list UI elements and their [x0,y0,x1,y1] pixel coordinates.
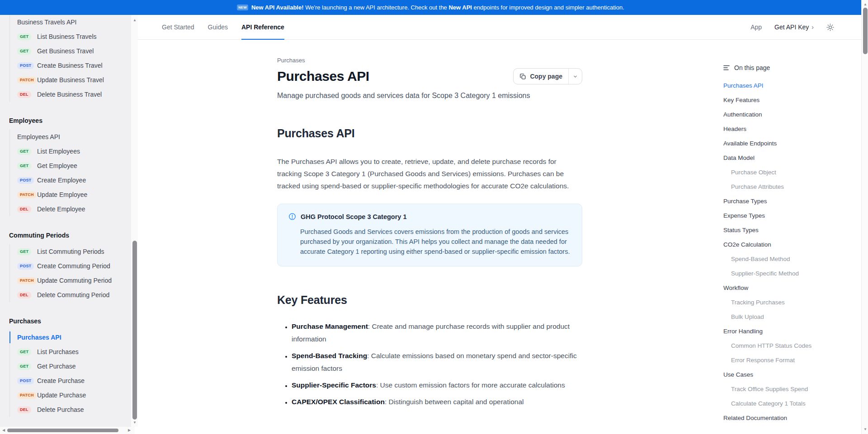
toc-item-common-http-status-codes[interactable]: Common HTTP Status Codes [723,339,859,353]
sidebar-item-get-employee[interactable]: GET Get Employee [17,159,131,173]
http-method-badge: POST [17,263,34,270]
sidebar-item-list-purchases[interactable]: GET List Purchases [17,345,131,359]
toc-item-expense-types[interactable]: Expense Types [723,209,859,223]
toc-item-data-model[interactable]: Data Model [723,151,859,165]
sidebar-item-delete-purchase[interactable]: DEL Delete Purchase [17,402,131,417]
info-callout: GHG Protocol Scope 3 Category 1 Purchase… [277,204,582,266]
sidebar-item-update-purchase[interactable]: PATCH Update Purchase [17,388,131,402]
sidebar-item-delete-business-travel[interactable]: DEL Delete Business Travel [17,87,131,102]
toc-item-tracking-purchases[interactable]: Tracking Purchases [723,295,859,310]
copy-page-dropdown-button[interactable] [568,69,582,84]
banner-text-segment: We're launching a new API architecture. … [304,4,449,11]
info-circle-icon [288,213,296,220]
sidebar-item-list-employees[interactable]: GET List Employees [17,144,131,159]
toc-item-related-documentation[interactable]: Related Documentation [723,411,859,425]
toc-item-workflow[interactable]: Workflow [723,281,859,295]
toc-item-headers[interactable]: Headers [723,122,859,136]
method-badge-column: PATCH [17,277,37,284]
sidebar-section-title: Commuting Periods [9,231,131,240]
sidebar-item-get-purchase[interactable]: GET Get Purchase [17,359,131,373]
toc-item-spend-based-method[interactable]: Spend-Based Method [723,252,859,266]
scroll-left-arrow-icon[interactable]: ◀ [2,429,5,432]
feature-bullet-term: CAPEX/OPEX Classification [292,398,385,406]
sidebar-item-delete-commuting-period[interactable]: DEL Delete Commuting Period [17,288,131,302]
http-method-badge: DEL [17,91,31,98]
method-badge-column: GET [17,363,37,370]
tab-api-reference[interactable]: API Reference [241,15,284,39]
toc-item-use-cases[interactable]: Use Cases [723,368,859,382]
sidebar-item-create-business-travel[interactable]: POST Create Business Travel [17,58,131,73]
sidebar-item-create-employee[interactable]: POST Create Employee [17,173,131,187]
sidebar-section-body: Employees API GET List Employees GET Get… [9,130,131,216]
sidebar-item-purchases-api[interactable]: Purchases API [17,330,131,345]
method-badge-column: DEL [17,406,37,413]
list-lines-icon [723,65,730,70]
http-method-badge: POST [17,62,34,69]
sidebar-item-business-travels-api[interactable]: Business Travels API [17,15,131,29]
sidebar-item-get-business-travel[interactable]: GET Get Business Travel [17,44,131,58]
toc-item-available-endpoints[interactable]: Available Endpoints [723,136,859,151]
http-method-badge: PATCH [17,277,37,284]
method-badge-column: GET [17,248,37,255]
sidebar-item-employees-api[interactable]: Employees API [17,130,131,144]
sidebar-item-label: List Commuting Periods [37,248,104,255]
sidebar-item-list-business-travels[interactable]: GET List Business Travels [17,29,131,44]
tab-get-started[interactable]: Get Started [162,15,194,39]
sidebar-vertical-scrollbar[interactable]: ▲ ▼ [131,15,138,427]
sidebar-horizontal-scrollbar-thumb[interactable] [7,429,118,432]
sidebar-item-label: Purchases API [17,334,61,341]
sidebar-item-create-commuting-period[interactable]: POST Create Commuting Period [17,259,131,273]
sidebar-item-update-employee[interactable]: PATCH Update Employee [17,187,131,202]
toc-item-bulk-upload[interactable]: Bulk Upload [723,310,859,324]
sidebar-item-update-business-travel[interactable]: PATCH Update Business Travel [17,73,131,87]
toc-item-calculate-category-1-totals[interactable]: Calculate Category 1 Totals [723,397,859,411]
scroll-down-arrow-icon[interactable]: ▼ [863,428,867,431]
sidebar-item-delete-employee[interactable]: DEL Delete Employee [17,202,131,216]
sidebar-horizontal-scrollbar[interactable]: ◀ ▶ [0,427,135,434]
page-vertical-scrollbar-thumb[interactable] [863,8,868,54]
http-method-badge: DEL [17,406,31,413]
feature-bullet-term: Purchase Management [292,322,368,330]
feature-bullet: CAPEX/OPEX Classification: Distinguish b… [292,396,582,408]
scroll-up-arrow-icon[interactable]: ▲ [863,3,867,6]
method-badge-column: PATCH [17,77,37,84]
scroll-down-arrow-icon[interactable]: ▼ [133,421,137,425]
toc-item-authentication[interactable]: Authentication [723,107,859,122]
sidebar-item-list-commuting-periods[interactable]: GET List Commuting Periods [17,244,131,259]
get-api-key-link[interactable]: Get API Key › [774,23,814,31]
copy-page-label: Copy page [530,73,562,80]
sidebar-item-create-purchase[interactable]: POST Create Purchase [17,373,131,388]
theme-toggle-button[interactable] [826,23,834,31]
toc-item-supplier-specific-method[interactable]: Supplier-Specific Method [723,266,859,281]
toc-item-purchase-attributes[interactable]: Purchase Attributes [723,180,859,194]
toc-item-error-response-format[interactable]: Error Response Format [723,353,859,368]
scroll-right-arrow-icon[interactable]: ▶ [128,429,131,432]
toc-item-error-handling[interactable]: Error Handling [723,324,859,339]
method-badge-column: GET [17,148,37,155]
section-heading-purchases-api: Purchases API [277,127,582,140]
section-heading-key-features: Key Features [277,294,582,307]
sidebar-item-label: Create Commuting Period [37,262,110,270]
sidebar-vertical-scrollbar-thumb[interactable] [132,241,137,420]
announcement-banner: NEW New API Available! We're launching a… [0,0,861,15]
http-method-badge: GET [17,33,31,40]
sidebar-section-body: Business Travels API GET List Business T… [9,15,131,102]
sidebar-item-label: Delete Purchase [37,406,84,413]
page-vertical-scrollbar[interactable]: ▲ ▼ [861,0,868,434]
toc-item-purchases-api[interactable]: Purchases API [723,79,859,93]
sidebar-item-label: Update Business Travel [37,76,104,84]
toc-item-track-office-supplies-spend[interactable]: Track Office Supplies Spend [723,382,859,397]
toc-item-key-features[interactable]: Key Features [723,93,859,107]
sidebar-item-update-commuting-period[interactable]: PATCH Update Commuting Period [17,273,131,288]
toc-item-purchase-types[interactable]: Purchase Types [723,194,859,209]
toc-item-co2e-calculation[interactable]: CO2e Calculation [723,238,859,252]
info-callout-body: Purchased Goods and Services covers emis… [300,227,571,257]
method-badge-column: GET [17,163,37,169]
toc-item-status-types[interactable]: Status Types [723,223,859,238]
app-link[interactable]: App [750,23,762,31]
copy-page-button[interactable]: Copy page [514,69,568,84]
toc-item-purchase-object[interactable]: Purchase Object [723,165,859,180]
title-row: Purchases API Copy page [277,68,582,84]
scroll-up-arrow-icon[interactable]: ▲ [133,19,137,22]
tab-guides[interactable]: Guides [208,15,228,39]
